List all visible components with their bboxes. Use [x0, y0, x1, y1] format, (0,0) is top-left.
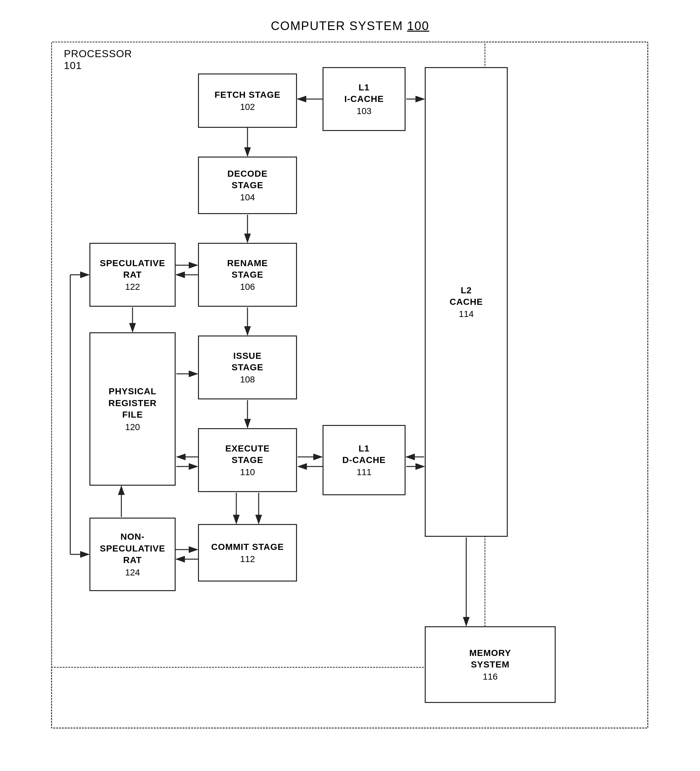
physreg-number: 120 [125, 422, 140, 432]
l2cache-block: L2CACHE 114 [425, 67, 508, 537]
memory-label: MEMORYSYSTEM [469, 647, 511, 671]
rename-stage-label: RENAMESTAGE [227, 257, 268, 281]
l2cache-number: 114 [459, 309, 474, 319]
issue-stage-label: ISSUESTAGE [232, 350, 263, 374]
decode-stage-label: DECODESTAGE [227, 168, 268, 191]
commit-stage-number: 112 [240, 554, 255, 564]
execute-stage-label: EXECUTESTAGE [225, 443, 270, 466]
processor-label: PROCESSOR 101 [64, 48, 132, 72]
commit-stage-block: COMMIT STAGE 112 [198, 524, 297, 582]
fetch-stage-label: FETCH STAGE [214, 89, 280, 101]
title-area: COMPUTER SYSTEM 100 [271, 19, 429, 33]
fetch-stage-block: FETCH STAGE 102 [198, 73, 297, 128]
l1icache-number: 103 [357, 106, 372, 116]
l1dcache-label: L1D-CACHE [342, 443, 386, 466]
fetch-stage-number: 102 [240, 102, 255, 112]
l1dcache-block: L1D-CACHE 111 [323, 425, 406, 495]
l2cache-label: L2CACHE [450, 285, 483, 308]
specrat-number: 122 [125, 282, 140, 292]
physreg-label: PHYSICALREGISTERFILE [108, 386, 156, 420]
issue-stage-number: 108 [240, 374, 255, 385]
issue-stage-block: ISSUESTAGE 108 [198, 335, 297, 399]
page: COMPUTER SYSTEM 100 PROCESSOR 101 FETCH … [0, 0, 700, 771]
memory-block: MEMORYSYSTEM 116 [425, 626, 555, 703]
decode-stage-number: 104 [240, 192, 255, 203]
l1dcache-number: 111 [357, 467, 372, 477]
execute-stage-number: 110 [240, 467, 255, 477]
l1icache-label: L1I-CACHE [344, 82, 384, 105]
specrat-label: SPECULATIVERAT [100, 257, 166, 281]
commit-stage-label: COMMIT STAGE [211, 541, 284, 553]
decode-stage-block: DECODESTAGE 104 [198, 156, 297, 214]
processor-name: PROCESSOR [64, 48, 132, 60]
rename-stage-block: RENAMESTAGE 106 [198, 243, 297, 307]
memory-number: 116 [483, 672, 498, 682]
rename-stage-number: 106 [240, 282, 255, 292]
page-title: COMPUTER SYSTEM 100 [271, 19, 429, 33]
specrat-block: SPECULATIVERAT 122 [89, 243, 175, 307]
computer-system-number: 100 [407, 19, 429, 33]
physreg-block: PHYSICALREGISTERFILE 120 [89, 332, 175, 486]
l1icache-block: L1I-CACHE 103 [323, 67, 406, 131]
nonspecrat-number: 124 [125, 568, 140, 578]
nonspecrat-label: NON-SPECULATIVERAT [100, 531, 166, 566]
execute-stage-block: EXECUTESTAGE 110 [198, 428, 297, 492]
processor-number: 101 [64, 60, 132, 72]
nonspecrat-block: NON-SPECULATIVERAT 124 [89, 517, 175, 591]
